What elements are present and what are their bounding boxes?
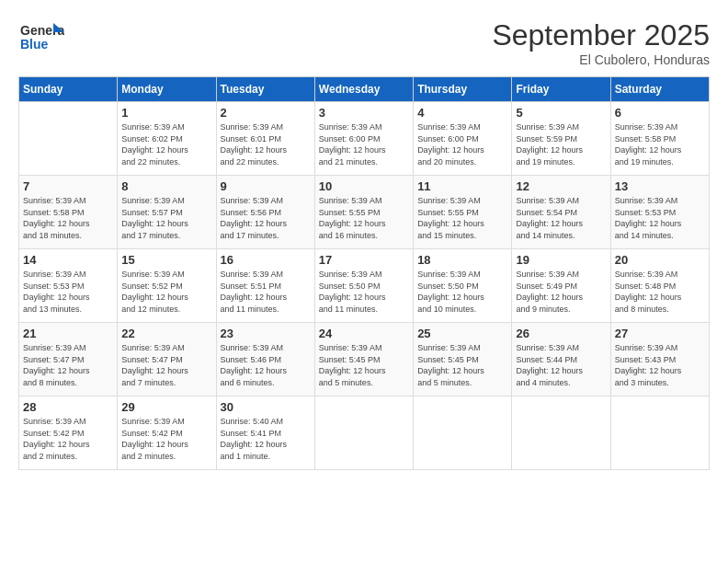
day-cell: 17Sunrise: 5:39 AM Sunset: 5:50 PM Dayli… — [314, 249, 413, 323]
day-number: 27 — [615, 327, 705, 340]
day-number: 4 — [417, 106, 507, 120]
week-row-4: 21Sunrise: 5:39 AM Sunset: 5:47 PM Dayli… — [19, 323, 710, 396]
day-cell: 25Sunrise: 5:39 AM Sunset: 5:45 PM Dayli… — [414, 323, 512, 396]
day-detail: Sunrise: 5:39 AM Sunset: 6:00 PM Dayligh… — [319, 121, 409, 167]
day-number: 3 — [319, 106, 409, 120]
day-number: 14 — [23, 253, 113, 267]
day-detail: Sunrise: 5:39 AM Sunset: 5:51 PM Dayligh… — [221, 269, 311, 315]
logo: General Blue — [18, 18, 68, 55]
day-detail: Sunrise: 5:39 AM Sunset: 5:57 PM Dayligh… — [121, 195, 211, 241]
day-number: 21 — [23, 327, 113, 340]
day-cell — [19, 102, 118, 176]
day-detail: Sunrise: 5:39 AM Sunset: 5:46 PM Dayligh… — [221, 342, 311, 388]
day-detail: Sunrise: 5:39 AM Sunset: 5:45 PM Dayligh… — [417, 342, 507, 388]
day-cell: 12Sunrise: 5:39 AM Sunset: 5:54 PM Dayli… — [512, 176, 610, 249]
day-cell: 11Sunrise: 5:39 AM Sunset: 5:55 PM Dayli… — [414, 176, 512, 249]
day-detail: Sunrise: 5:39 AM Sunset: 6:00 PM Dayligh… — [417, 121, 507, 167]
day-cell: 24Sunrise: 5:39 AM Sunset: 5:45 PM Dayli… — [314, 323, 413, 396]
day-detail: Sunrise: 5:39 AM Sunset: 5:54 PM Dayligh… — [516, 195, 606, 241]
day-cell: 27Sunrise: 5:39 AM Sunset: 5:43 PM Dayli… — [610, 323, 709, 396]
day-detail: Sunrise: 5:39 AM Sunset: 5:52 PM Dayligh… — [121, 269, 211, 315]
day-number: 13 — [615, 179, 705, 193]
day-number: 7 — [23, 179, 113, 193]
day-cell: 22Sunrise: 5:39 AM Sunset: 5:47 PM Dayli… — [118, 323, 216, 396]
day-number: 16 — [221, 253, 311, 267]
day-number: 15 — [121, 253, 211, 267]
day-number: 2 — [221, 106, 311, 120]
day-number: 5 — [516, 106, 606, 120]
day-cell: 15Sunrise: 5:39 AM Sunset: 5:52 PM Dayli… — [118, 249, 216, 323]
logo-icon: General Blue — [18, 18, 64, 55]
day-cell: 8Sunrise: 5:39 AM Sunset: 5:57 PM Daylig… — [118, 176, 216, 249]
day-detail: Sunrise: 5:39 AM Sunset: 5:53 PM Dayligh… — [615, 195, 705, 241]
day-detail: Sunrise: 5:39 AM Sunset: 5:56 PM Dayligh… — [221, 195, 311, 241]
column-header-monday: Monday — [118, 77, 216, 102]
day-cell: 23Sunrise: 5:39 AM Sunset: 5:46 PM Dayli… — [216, 323, 314, 396]
column-header-saturday: Saturday — [610, 77, 709, 102]
day-number: 8 — [121, 179, 211, 193]
page-header: General Blue September 2025 El Cubolero,… — [18, 18, 710, 67]
day-cell: 6Sunrise: 5:39 AM Sunset: 5:58 PM Daylig… — [610, 102, 709, 176]
week-row-2: 7Sunrise: 5:39 AM Sunset: 5:58 PM Daylig… — [19, 176, 710, 249]
day-detail: Sunrise: 5:39 AM Sunset: 5:42 PM Dayligh… — [23, 416, 113, 462]
day-number: 24 — [319, 327, 409, 340]
week-row-1: 1Sunrise: 5:39 AM Sunset: 6:02 PM Daylig… — [19, 102, 710, 176]
day-number: 26 — [516, 327, 606, 340]
day-number: 28 — [23, 400, 113, 414]
day-number: 9 — [221, 179, 311, 193]
column-header-friday: Friday — [512, 77, 610, 102]
day-cell: 20Sunrise: 5:39 AM Sunset: 5:48 PM Dayli… — [610, 249, 709, 323]
day-cell: 9Sunrise: 5:39 AM Sunset: 5:56 PM Daylig… — [216, 176, 314, 249]
day-number: 12 — [516, 179, 606, 193]
day-detail: Sunrise: 5:39 AM Sunset: 5:43 PM Dayligh… — [615, 342, 705, 388]
day-number: 22 — [121, 327, 211, 340]
day-number: 23 — [221, 327, 311, 340]
day-detail: Sunrise: 5:39 AM Sunset: 5:53 PM Dayligh… — [23, 269, 113, 315]
day-number: 29 — [121, 400, 211, 414]
day-number: 17 — [319, 253, 409, 267]
day-cell: 28Sunrise: 5:39 AM Sunset: 5:42 PM Dayli… — [19, 396, 118, 470]
week-row-5: 28Sunrise: 5:39 AM Sunset: 5:42 PM Dayli… — [19, 396, 710, 470]
day-detail: Sunrise: 5:39 AM Sunset: 5:44 PM Dayligh… — [516, 342, 606, 388]
day-number: 1 — [121, 106, 211, 120]
day-cell: 29Sunrise: 5:39 AM Sunset: 5:42 PM Dayli… — [118, 396, 216, 470]
day-number: 19 — [516, 253, 606, 267]
column-header-tuesday: Tuesday — [216, 77, 314, 102]
day-detail: Sunrise: 5:39 AM Sunset: 5:50 PM Dayligh… — [417, 269, 507, 315]
day-detail: Sunrise: 5:39 AM Sunset: 6:02 PM Dayligh… — [121, 121, 211, 167]
day-number: 18 — [417, 253, 507, 267]
day-detail: Sunrise: 5:39 AM Sunset: 5:47 PM Dayligh… — [121, 342, 211, 388]
column-header-sunday: Sunday — [19, 77, 118, 102]
day-detail: Sunrise: 5:39 AM Sunset: 6:01 PM Dayligh… — [221, 121, 311, 167]
day-cell: 7Sunrise: 5:39 AM Sunset: 5:58 PM Daylig… — [19, 176, 118, 249]
day-cell: 4Sunrise: 5:39 AM Sunset: 6:00 PM Daylig… — [414, 102, 512, 176]
day-detail: Sunrise: 5:39 AM Sunset: 5:58 PM Dayligh… — [23, 195, 113, 241]
day-cell: 16Sunrise: 5:39 AM Sunset: 5:51 PM Dayli… — [216, 249, 314, 323]
day-number: 10 — [319, 179, 409, 193]
day-cell: 21Sunrise: 5:39 AM Sunset: 5:47 PM Dayli… — [19, 323, 118, 396]
day-number: 25 — [417, 327, 507, 340]
svg-text:Blue: Blue — [20, 37, 49, 52]
day-number: 11 — [417, 179, 507, 193]
day-cell — [512, 396, 610, 470]
day-cell — [610, 396, 709, 470]
day-detail: Sunrise: 5:39 AM Sunset: 5:59 PM Dayligh… — [516, 121, 606, 167]
day-number: 6 — [615, 106, 705, 120]
title-block: September 2025 El Cubolero, Honduras — [492, 18, 710, 67]
day-detail: Sunrise: 5:40 AM Sunset: 5:41 PM Dayligh… — [221, 416, 311, 462]
calendar-table: SundayMondayTuesdayWednesdayThursdayFrid… — [18, 76, 710, 470]
day-cell: 13Sunrise: 5:39 AM Sunset: 5:53 PM Dayli… — [610, 176, 709, 249]
column-header-thursday: Thursday — [414, 77, 512, 102]
location: El Cubolero, Honduras — [492, 52, 710, 67]
day-cell: 10Sunrise: 5:39 AM Sunset: 5:55 PM Dayli… — [314, 176, 413, 249]
day-cell — [414, 396, 512, 470]
day-cell: 19Sunrise: 5:39 AM Sunset: 5:49 PM Dayli… — [512, 249, 610, 323]
day-detail: Sunrise: 5:39 AM Sunset: 5:55 PM Dayligh… — [319, 195, 409, 241]
day-cell: 30Sunrise: 5:40 AM Sunset: 5:41 PM Dayli… — [216, 396, 314, 470]
day-cell: 3Sunrise: 5:39 AM Sunset: 6:00 PM Daylig… — [314, 102, 413, 176]
day-detail: Sunrise: 5:39 AM Sunset: 5:49 PM Dayligh… — [516, 269, 606, 315]
day-cell: 26Sunrise: 5:39 AM Sunset: 5:44 PM Dayli… — [512, 323, 610, 396]
day-detail: Sunrise: 5:39 AM Sunset: 5:50 PM Dayligh… — [319, 269, 409, 315]
day-detail: Sunrise: 5:39 AM Sunset: 5:45 PM Dayligh… — [319, 342, 409, 388]
calendar-header-row: SundayMondayTuesdayWednesdayThursdayFrid… — [19, 77, 710, 102]
